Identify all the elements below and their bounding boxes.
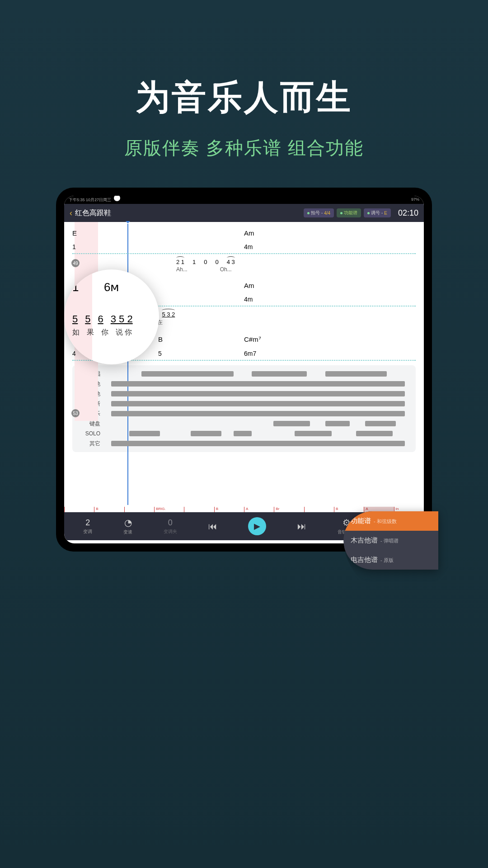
chord xyxy=(330,335,416,344)
track-row[interactable]: 电吉他 xyxy=(77,389,411,399)
degree xyxy=(330,350,416,357)
section-marker[interactable] xyxy=(64,507,94,512)
track-row[interactable]: 其它 xyxy=(77,439,411,448)
waveform xyxy=(105,381,411,387)
track-row[interactable]: 贝斯 xyxy=(77,399,411,409)
section-marker[interactable]: A xyxy=(244,507,274,512)
status-right: 97% xyxy=(411,197,419,203)
section-marker[interactable] xyxy=(184,507,214,512)
chord: C#m⁷ xyxy=(244,335,330,344)
dot-icon xyxy=(340,212,343,214)
bar-number: 49 xyxy=(71,259,80,267)
mag-lyric: 果 xyxy=(87,328,94,337)
key-badge[interactable]: 调号 - E xyxy=(364,208,391,217)
bar-number: 53 xyxy=(71,409,80,417)
mag-degree: 6ᴍ xyxy=(104,280,119,294)
tempo-button[interactable]: ◔ 变速 xyxy=(123,517,132,535)
mag-lyric: 你 xyxy=(101,328,108,337)
note: 5 3 2 xyxy=(162,311,175,318)
section-marker[interactable] xyxy=(304,507,334,512)
beat-label: 拍号 - xyxy=(311,210,323,216)
prev-button[interactable]: ⏮ xyxy=(208,521,217,532)
degree: 1 xyxy=(72,243,158,250)
play-icon: ▶ xyxy=(254,521,260,531)
degree xyxy=(330,296,416,303)
header-badges: 拍号 - 4/4 功能谱 调号 - E 02:10 xyxy=(304,208,418,218)
note: 4 3 xyxy=(227,259,235,265)
hero-title: 为音乐人而生 xyxy=(0,75,488,121)
time-display: 02:10 xyxy=(398,208,418,218)
popup-item[interactable]: 木吉他谱- 弹唱谱 xyxy=(343,531,438,550)
degree: 6m7 xyxy=(244,350,330,357)
degree xyxy=(330,243,416,250)
track-label: 其它 xyxy=(77,440,100,448)
app-header: ‹ 红色高跟鞋 拍号 - 4/4 功能谱 调号 - E 02:10 xyxy=(64,204,424,222)
chord: Am xyxy=(244,229,330,237)
mag-note: 6 xyxy=(98,313,103,325)
waveform xyxy=(105,441,411,446)
status-left: 下午5:35 10月27日周三 xyxy=(69,197,111,203)
waveform xyxy=(105,421,411,426)
chord-row: E Am xyxy=(72,229,416,237)
chord xyxy=(330,229,416,237)
popup-subtitle: - 弹唱谱 xyxy=(380,538,399,544)
capo-label: 变调夹 xyxy=(164,528,177,535)
beat-value: 4/4 xyxy=(324,211,330,216)
popup-title: 电吉他谱 xyxy=(351,556,378,564)
degree-row: 1 4m xyxy=(72,243,416,250)
track-row[interactable]: 键盘 xyxy=(77,419,411,429)
mag-note: 5 xyxy=(72,313,78,325)
popup-item[interactable]: 电吉他谱- 原版 xyxy=(343,550,438,570)
track-panel[interactable]: 导唱木吉他电吉他贝斯打击乐键盘SOLO其它 xyxy=(72,365,416,452)
screen: 下午5:35 10月27日周三 97% ‹ 红色高跟鞋 拍号 - 4/4 功能谱… xyxy=(64,196,424,543)
transpose-value: 2 xyxy=(85,518,90,528)
capo-value: 0 xyxy=(168,518,173,528)
section-marker[interactable]: B xyxy=(94,507,124,512)
chord xyxy=(330,282,416,289)
track-label: SOLO xyxy=(77,430,100,437)
chord xyxy=(158,229,244,237)
waveform xyxy=(105,371,411,377)
degree: 4m xyxy=(244,296,330,303)
capo-button[interactable]: 0 变调夹 xyxy=(164,518,177,535)
section-marker[interactable]: B xyxy=(334,507,364,512)
degree: 5 xyxy=(158,350,244,357)
mode-badge[interactable]: 功能谱 xyxy=(337,208,361,217)
degree xyxy=(158,243,244,250)
track-row[interactable]: 木吉他 xyxy=(77,379,411,389)
back-button[interactable]: ‹ xyxy=(70,208,72,218)
note: 2 1 xyxy=(176,259,184,265)
play-button[interactable]: ▶ xyxy=(248,517,266,535)
transpose-label: 变调 xyxy=(83,528,92,535)
score-area[interactable]: E Am 49 1 4m 2 1 1 0 0 xyxy=(64,222,424,507)
degree: 4m xyxy=(244,243,330,250)
note: 0 xyxy=(216,259,219,265)
section-marker[interactable]: B xyxy=(214,507,244,512)
note: 1 xyxy=(192,259,196,265)
chord: B xyxy=(158,335,244,344)
section-marker[interactable]: BRIG. xyxy=(154,507,184,512)
section-marker[interactable] xyxy=(124,507,154,512)
track-row[interactable]: 打击乐 xyxy=(77,409,411,419)
gauge-icon: ◔ xyxy=(124,517,132,528)
track-row[interactable]: SOLO xyxy=(77,429,411,439)
lyric-row: Ah... Oh... xyxy=(176,266,416,273)
beat-badge[interactable]: 拍号 - 4/4 xyxy=(304,208,334,217)
section-marker[interactable]: Br xyxy=(274,507,304,512)
note-row: 2 1 1 0 0 4 3 xyxy=(176,259,416,265)
waveform xyxy=(105,401,411,406)
key-value: E xyxy=(384,211,387,216)
track-row[interactable]: 导唱 xyxy=(77,369,411,379)
score-type-popup: 功能谱- 和弦级数木吉他谱- 弹唱谱电吉他谱- 原版 xyxy=(343,511,438,570)
track-label: 键盘 xyxy=(77,420,100,428)
popup-title: 功能谱 xyxy=(351,517,371,525)
degree xyxy=(158,296,244,303)
popup-title: 木吉他谱 xyxy=(351,536,378,545)
next-button[interactable]: ⏭ xyxy=(297,521,306,532)
transpose-button[interactable]: 2 变调 xyxy=(83,518,92,535)
mag-note: 5 xyxy=(85,313,90,325)
mag-note: 3 5 2 xyxy=(111,313,133,325)
mag-lyric: 说 你 xyxy=(116,328,132,337)
lyric: Oh... xyxy=(220,266,232,273)
tempo-label: 变速 xyxy=(123,529,132,535)
